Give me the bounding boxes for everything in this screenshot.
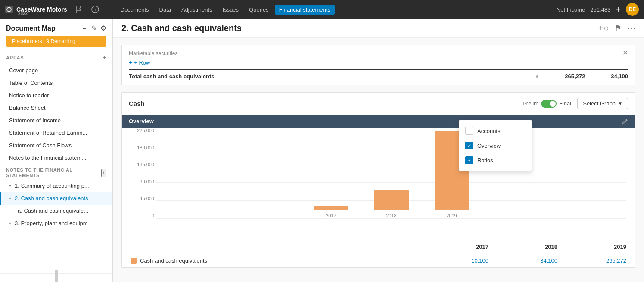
- sidebar-item-note-3[interactable]: ▾ 3. Property, plant and equipm: [0, 217, 112, 229]
- y-0: 0: [131, 213, 154, 218]
- bar-chart-area: 225,000 180,000 135,000 90,000 45,000 0: [122, 128, 635, 240]
- select-graph-dropdown: Accounts ✓ Overview ✓ Ratios: [459, 120, 532, 171]
- sidebar-item-note-1[interactable]: ▾ 1. Summary of accounting p...: [0, 180, 112, 192]
- notice-label: Notice to reader: [9, 92, 49, 99]
- sidebar-item-income[interactable]: Statement of Income: [0, 114, 112, 127]
- val-2019: 265,272: [557, 257, 626, 264]
- total-row-label: Total cash and cash equivalents: [129, 73, 214, 80]
- svg-rect-0: [5, 6, 13, 13]
- scroll-indicator: [55, 270, 58, 282]
- y-45k: 45,000: [131, 196, 154, 201]
- sidebar-item-notes-link[interactable]: Notes to the Financial statem...: [0, 152, 112, 164]
- sidebar-item-cash-flows[interactable]: Statement of Cash Flows: [0, 139, 112, 152]
- nav-issues[interactable]: Issues: [218, 5, 243, 15]
- dropdown-item-ratios[interactable]: ✓ Ratios: [459, 153, 532, 167]
- chart-controls: Prelim Final Select Graph ▼: [523, 98, 628, 109]
- bar-2017-rect: [314, 206, 348, 210]
- flag-toolbar-icon[interactable]: ⚑: [615, 23, 622, 33]
- areas-section-header: AREAS +: [0, 51, 112, 64]
- add-row-button[interactable]: + + Row: [129, 59, 150, 66]
- add-row-label: + Row: [134, 59, 150, 66]
- y-180k: 180,000: [131, 145, 154, 150]
- ratios-label: Ratios: [477, 157, 493, 164]
- avatar[interactable]: DE: [626, 3, 639, 16]
- net-income-label: Net Income: [557, 6, 585, 13]
- bar-2018: 2018: [374, 190, 409, 218]
- y-135k: 135,000: [131, 162, 154, 167]
- y-axis: 225,000 180,000 135,000 90,000 45,000 0: [131, 128, 154, 218]
- cover-page-label: Cover page: [9, 67, 38, 74]
- toc-label: Table of Contents: [9, 80, 53, 86]
- app-layout: Document Map 🖶 ✎ ⚙ Placeholders : 9 Rema…: [0, 19, 644, 282]
- add-circle-icon[interactable]: +○: [598, 23, 609, 33]
- nav-adjustments[interactable]: Adjustments: [177, 5, 217, 15]
- select-graph-label: Select Graph: [583, 100, 616, 107]
- settings-icon[interactable]: ⚙: [100, 24, 106, 32]
- svg-text:i: i: [95, 7, 96, 12]
- main-toolbar: 2. Cash and cash equivalents +○ ⚑ ⋯: [113, 19, 644, 38]
- prelim-label: Prelim: [523, 100, 538, 107]
- notes-link-label: Notes to the Financial statem...: [9, 155, 86, 161]
- val-2018: 34,100: [488, 257, 557, 264]
- sidebar-item-cover-page[interactable]: Cover page: [0, 64, 112, 77]
- sidebar-item-balance-sheet[interactable]: Balance Sheet: [0, 102, 112, 114]
- nav-queries[interactable]: Queries: [245, 5, 273, 15]
- accounts-checkbox[interactable]: [465, 127, 473, 135]
- main-nav: Documents Data Adjustments Issues Querie…: [116, 5, 335, 15]
- data-table-header: 2017 2018 2019: [131, 240, 626, 254]
- toggle-switch[interactable]: [541, 100, 557, 108]
- sidebar-item-notice[interactable]: Notice to reader: [0, 89, 112, 102]
- note-2-label: 2. Cash and cash equivalents: [15, 195, 88, 201]
- chart-header: Cash Prelim Final Select Graph ▼: [122, 93, 635, 115]
- sidebar-item-note-2a[interactable]: a. Cash and cash equivale...: [0, 205, 112, 217]
- placeholders-button[interactable]: Placeholders : 9 Remaining: [6, 36, 106, 47]
- bars-container: 2017 2018 2019: [156, 128, 626, 218]
- edit-chart-icon[interactable]: [622, 118, 628, 124]
- notes-add-button[interactable]: +: [101, 169, 106, 177]
- select-graph-button[interactable]: Select Graph ▼: [577, 98, 628, 109]
- add-icon-button[interactable]: +: [616, 5, 621, 15]
- nav-financial-statements[interactable]: Financial statements: [275, 5, 335, 15]
- row-label-cash: Cash and cash equivalents: [140, 257, 420, 264]
- overview-checkbox[interactable]: ✓: [465, 142, 473, 149]
- sidebar-header: Document Map 🖶 ✎ ⚙: [0, 19, 112, 36]
- add-row-icon: +: [129, 59, 132, 66]
- balance-sheet-label: Balance Sheet: [9, 105, 46, 111]
- sidebar-item-note-2[interactable]: ▾ 2. Cash and cash equivalents: [0, 192, 112, 205]
- clock-icon: ●: [535, 73, 539, 80]
- notes-section-header: NOTES TO THE FINANCIAL STATEMENTS +: [0, 164, 112, 180]
- toolbar-actions: +○ ⚑ ⋯: [598, 23, 635, 33]
- dropdown-item-overview[interactable]: ✓ Overview: [459, 138, 532, 153]
- y-225k: 225,000: [131, 128, 154, 133]
- brand-year: 2022: [18, 11, 28, 16]
- net-income-value: 251,483: [590, 6, 610, 13]
- y-90k: 90,000: [131, 179, 154, 184]
- more-options-icon[interactable]: ⋯: [628, 23, 635, 33]
- nav-documents[interactable]: Documents: [116, 5, 153, 15]
- data-table: 2017 2018 2019 Cash and cash equivalents…: [122, 240, 635, 267]
- dropdown-item-accounts[interactable]: Accounts: [459, 124, 532, 138]
- note-2a-label: a. Cash and cash equivale...: [18, 208, 88, 214]
- print-icon[interactable]: 🖶: [81, 24, 88, 32]
- edit-icon[interactable]: ✎: [91, 24, 97, 32]
- chart-section: Cash Prelim Final Select Graph ▼: [121, 92, 635, 268]
- sidebar-item-retained[interactable]: Statement of Retained Earnin...: [0, 127, 112, 139]
- overview-bar: Overview: [122, 115, 635, 128]
- grid-line-6: [156, 218, 626, 219]
- areas-label: AREAS: [6, 55, 24, 60]
- areas-add-button[interactable]: +: [103, 54, 106, 62]
- chart-label: Cash: [129, 100, 145, 107]
- close-button[interactable]: ✕: [622, 49, 628, 57]
- sidebar-header-icons: 🖶 ✎ ⚙: [81, 24, 106, 32]
- total-col2: 34,100: [611, 73, 628, 80]
- total-col1: 265,272: [565, 73, 585, 80]
- sidebar-item-toc[interactable]: Table of Contents: [0, 77, 112, 89]
- info-icon: i: [91, 6, 99, 13]
- ratios-checkbox[interactable]: ✓: [465, 156, 473, 164]
- nav-data[interactable]: Data: [155, 5, 175, 15]
- note-3-chevron: ▾: [9, 221, 11, 226]
- sidebar: Document Map 🖶 ✎ ⚙ Placeholders : 9 Rema…: [0, 19, 113, 282]
- note-3-label: 3. Property, plant and equipm: [15, 220, 88, 226]
- top-right-actions: Net Income 251,483 + DE: [557, 3, 639, 16]
- sidebar-footer: [0, 273, 112, 282]
